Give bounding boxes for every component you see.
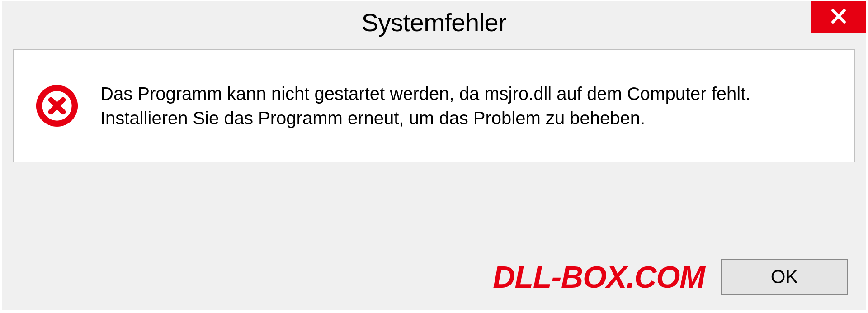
titlebar: Systemfehler bbox=[2, 1, 866, 42]
error-dialog: Systemfehler Das Programm kann nicht ges… bbox=[2, 1, 866, 310]
dialog-footer: DLL-BOX.COM OK bbox=[2, 251, 866, 310]
error-message: Das Programm kann nicht gestartet werden… bbox=[100, 81, 833, 130]
ok-button[interactable]: OK bbox=[721, 259, 848, 295]
close-button[interactable] bbox=[811, 1, 866, 33]
dialog-title: Systemfehler bbox=[362, 8, 507, 37]
ok-button-label: OK bbox=[771, 266, 798, 288]
close-icon bbox=[830, 8, 847, 27]
error-icon bbox=[35, 84, 79, 128]
content-area: Das Programm kann nicht gestartet werden… bbox=[13, 49, 855, 162]
watermark-text: DLL-BOX.COM bbox=[493, 259, 705, 294]
